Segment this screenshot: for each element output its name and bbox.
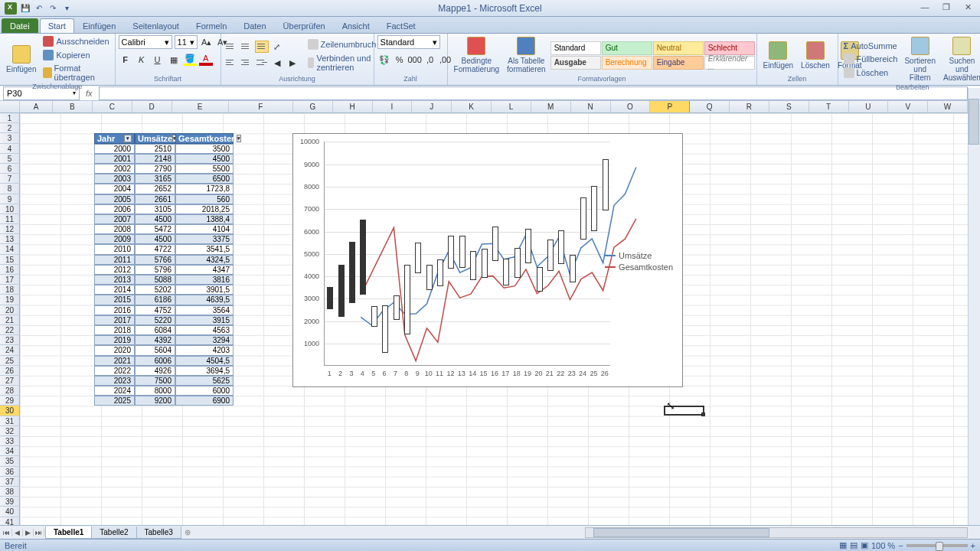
table-cell[interactable]: 4722 xyxy=(135,244,175,254)
sheet-tab-tabelle3[interactable]: Tabelle3 xyxy=(136,527,181,539)
table-cell[interactable]: 2019 xyxy=(94,335,135,345)
style-eingabe[interactable]: Eingabe xyxy=(653,56,704,70)
align-right-button[interactable] xyxy=(255,57,269,69)
table-row[interactable]: 202160064504,5 xyxy=(94,356,234,366)
tab-start[interactable]: Start xyxy=(40,18,74,33)
table-cell[interactable]: 6186 xyxy=(135,295,175,305)
table-row[interactable]: 200121484500 xyxy=(94,154,234,164)
conditional-format-button[interactable]: Bedingte Formatierung xyxy=(451,35,502,75)
tab-formeln[interactable]: Formeln xyxy=(188,18,235,33)
insert-cells-button[interactable]: Einfügen xyxy=(760,40,796,71)
table-cell[interactable]: 2790 xyxy=(135,164,175,174)
tab-ansicht[interactable]: Ansicht xyxy=(334,18,378,33)
cut-button[interactable]: Ausschneiden xyxy=(41,35,111,47)
col-header-L[interactable]: L xyxy=(492,101,531,112)
table-cell[interactable]: 1723,8 xyxy=(175,184,234,194)
table-cell[interactable]: 6000 xyxy=(175,386,234,396)
select-all-corner[interactable] xyxy=(0,101,20,113)
table-cell[interactable]: 6006 xyxy=(135,356,175,366)
undo-icon[interactable]: ↶ xyxy=(34,3,44,14)
row-header-5[interactable]: 5 xyxy=(0,154,20,164)
table-cell[interactable]: 2006 xyxy=(94,204,135,214)
zoom-out-button[interactable]: − xyxy=(898,541,903,550)
table-cell[interactable]: 5220 xyxy=(135,315,175,325)
row-header-2[interactable]: 2 xyxy=(0,123,20,133)
row-header-25[interactable]: 25 xyxy=(0,356,20,366)
vertical-scrollbar[interactable] xyxy=(968,88,980,525)
col-header-T[interactable]: T xyxy=(809,101,849,112)
row-header-19[interactable]: 19 xyxy=(0,295,20,305)
col-header-V[interactable]: V xyxy=(888,101,928,112)
row-header-27[interactable]: 27 xyxy=(0,376,20,386)
row-header-28[interactable]: 28 xyxy=(0,386,20,396)
row-header-7[interactable]: 7 xyxy=(0,174,20,184)
row-headers[interactable]: 1234567891011121314151617181920212223242… xyxy=(0,113,20,527)
hscroll-thumb[interactable] xyxy=(593,528,769,537)
row-header-6[interactable]: 6 xyxy=(0,164,20,174)
table-cell[interactable]: 3541,5 xyxy=(175,244,234,254)
row-header-20[interactable]: 20 xyxy=(0,305,20,315)
table-row[interactable]: 20052661560 xyxy=(94,194,234,204)
style-gut[interactable]: Gut xyxy=(602,41,652,55)
table-cell[interactable]: 2020 xyxy=(94,345,135,355)
style-standard[interactable]: Standard xyxy=(550,41,601,55)
table-cell[interactable]: 3564 xyxy=(175,305,234,315)
table-cell[interactable]: 5202 xyxy=(135,285,175,295)
merge-center-button[interactable]: Verbinden und zentrieren xyxy=(305,53,379,73)
table-row[interactable]: 201047223541,5 xyxy=(94,244,234,254)
paste-button[interactable]: Einfügen xyxy=(3,44,39,75)
col-header-N[interactable]: N xyxy=(571,101,611,112)
row-header-3[interactable]: 3 xyxy=(0,133,20,143)
table-cell[interactable]: 2025 xyxy=(94,396,135,406)
column-headers[interactable]: ABCDEFGHIJKLMNOPQRSTUVW xyxy=(20,101,968,113)
fill-color-button[interactable]: 🪣 xyxy=(183,53,197,67)
row-header-37[interactable]: 37 xyxy=(0,477,20,487)
table-row[interactable]: 200854724104 xyxy=(94,224,234,234)
table-cell[interactable]: 2015 xyxy=(94,295,135,305)
row-header-34[interactable]: 34 xyxy=(0,446,20,456)
cells-area[interactable]: Jahr▾Umsätze▾Gesamtkosten▾20002510350020… xyxy=(20,113,968,529)
col-header-M[interactable]: M xyxy=(531,101,571,112)
row-header-31[interactable]: 31 xyxy=(0,416,20,426)
new-sheet-button[interactable]: ⊕ xyxy=(185,528,191,536)
table-cell[interactable]: 4926 xyxy=(135,366,175,376)
delete-cells-button[interactable]: Löschen xyxy=(798,40,833,71)
italic-button[interactable]: K xyxy=(135,53,149,67)
qat-dropdown-icon[interactable]: ▾ xyxy=(61,3,72,14)
table-cell[interactable]: 3105 xyxy=(135,204,175,214)
view-normal-icon[interactable]: ▦ xyxy=(839,540,847,550)
autosum-button[interactable]: ΣAutoSumme xyxy=(841,41,900,51)
col-header-K[interactable]: K xyxy=(452,101,492,112)
table-cell[interactable]: 4500 xyxy=(135,234,175,244)
table-cell[interactable]: 2018 xyxy=(94,325,135,335)
copy-button[interactable]: Kopieren xyxy=(41,49,111,61)
formula-input[interactable] xyxy=(99,86,968,100)
table-cell[interactable]: 2510 xyxy=(135,144,175,154)
style-neutral[interactable]: Neutral xyxy=(653,41,704,55)
col-header-I[interactable]: I xyxy=(373,101,413,112)
table-cell[interactable]: 8000 xyxy=(135,386,175,396)
view-layout-icon[interactable]: ▤ xyxy=(850,540,858,550)
tab-datei[interactable]: Datei xyxy=(2,18,38,33)
col-header-D[interactable]: D xyxy=(132,101,172,112)
font-name-select[interactable]: Calibri▾ xyxy=(119,35,172,49)
table-cell[interactable]: 5472 xyxy=(135,224,175,234)
table-cell[interactable]: 6900 xyxy=(175,396,234,406)
row-header-24[interactable]: 24 xyxy=(0,345,20,355)
table-cell[interactable]: 2661 xyxy=(135,194,175,204)
col-header-C[interactable]: C xyxy=(93,101,132,112)
tab-seitenlayout[interactable]: Seitenlayout xyxy=(124,18,188,33)
redo-icon[interactable]: ↷ xyxy=(47,3,58,14)
row-header-16[interactable]: 16 xyxy=(0,265,20,275)
table-cell[interactable]: 3375 xyxy=(175,234,234,244)
col-header-U[interactable]: U xyxy=(849,101,889,112)
wrap-text-button[interactable]: Zeilenumbruch xyxy=(305,38,379,51)
table-row[interactable]: 201943923294 xyxy=(94,335,234,345)
table-cell[interactable]: 3694,5 xyxy=(175,366,234,376)
table-cell[interactable]: 4324,5 xyxy=(175,255,234,265)
table-cell[interactable]: 3915 xyxy=(175,315,234,325)
align-center-button[interactable] xyxy=(240,57,253,69)
row-header-32[interactable]: 32 xyxy=(0,426,20,436)
table-cell[interactable]: 5088 xyxy=(135,275,175,285)
style-erklaerender[interactable]: Erklärender ... xyxy=(704,56,755,70)
